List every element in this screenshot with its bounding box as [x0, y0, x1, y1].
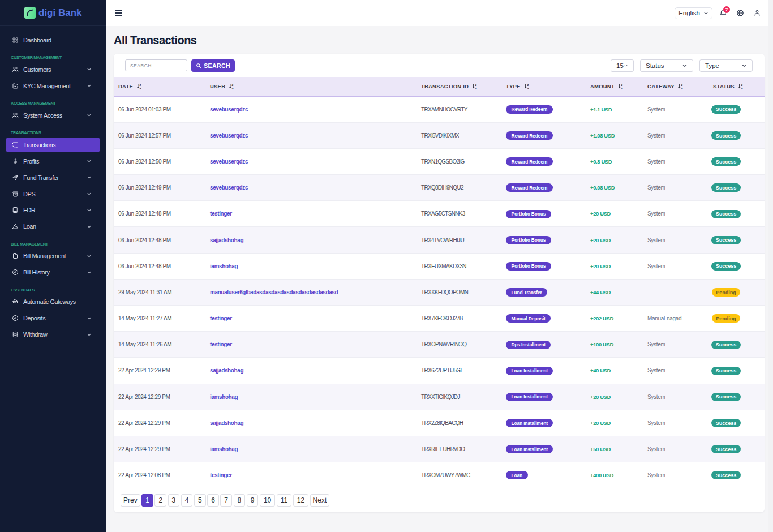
- svg-text:a: a: [621, 87, 623, 89]
- svg-text:a: a: [232, 87, 234, 89]
- svg-text:a: a: [139, 87, 141, 89]
- svg-text:a: a: [475, 87, 477, 89]
- svg-text:a: a: [681, 87, 683, 89]
- svg-text:a: a: [527, 87, 529, 89]
- svg-text:a: a: [741, 87, 743, 89]
